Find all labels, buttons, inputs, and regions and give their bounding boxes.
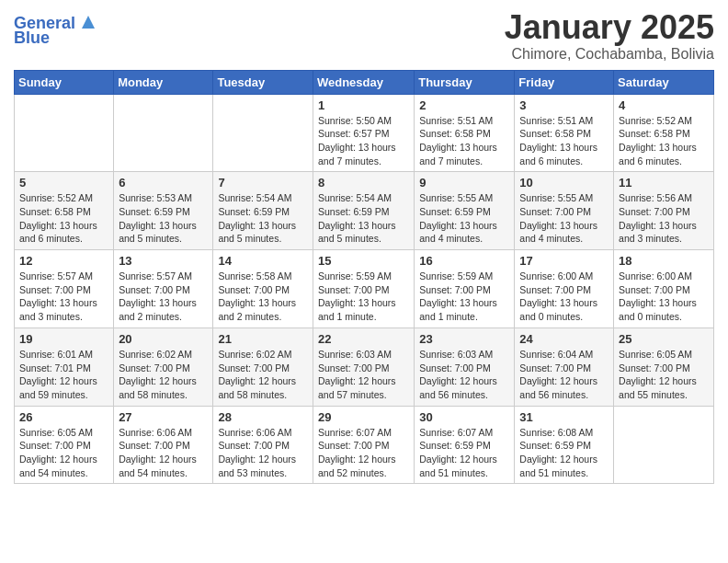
calendar-week-row: 12Sunrise: 5:57 AM Sunset: 7:00 PM Dayli… — [15, 250, 714, 328]
table-row: 20Sunrise: 6:02 AM Sunset: 7:00 PM Dayli… — [114, 327, 213, 406]
table-row: 18Sunrise: 6:00 AM Sunset: 7:00 PM Dayli… — [614, 250, 714, 328]
day-info: Sunrise: 6:07 AM Sunset: 7:00 PM Dayligh… — [318, 426, 409, 480]
table-row: 14Sunrise: 5:58 AM Sunset: 7:00 PM Dayli… — [213, 250, 313, 328]
table-row — [614, 406, 714, 484]
day-info: Sunrise: 6:07 AM Sunset: 6:59 PM Dayligh… — [419, 426, 509, 480]
day-info: Sunrise: 5:57 AM Sunset: 7:00 PM Dayligh… — [119, 270, 208, 324]
table-row: 13Sunrise: 5:57 AM Sunset: 7:00 PM Dayli… — [114, 250, 213, 328]
header-saturday: Saturday — [614, 70, 714, 94]
calendar-week-row: 26Sunrise: 6:05 AM Sunset: 7:00 PM Dayli… — [15, 406, 714, 484]
table-row: 4Sunrise: 5:52 AM Sunset: 6:58 PM Daylig… — [614, 94, 714, 172]
day-info: Sunrise: 5:54 AM Sunset: 6:59 PM Dayligh… — [318, 191, 409, 246]
table-row — [114, 94, 213, 172]
day-info: Sunrise: 6:02 AM Sunset: 7:00 PM Dayligh… — [218, 348, 308, 402]
day-info: Sunrise: 5:59 AM Sunset: 7:00 PM Dayligh… — [318, 270, 409, 324]
day-info: Sunrise: 6:01 AM Sunset: 7:01 PM Dayligh… — [19, 348, 108, 402]
header: General Blue January 2025 Chimore, Cocha… — [14, 9, 714, 63]
table-row: 26Sunrise: 6:05 AM Sunset: 7:00 PM Dayli… — [15, 406, 114, 484]
day-info: Sunrise: 5:54 AM Sunset: 6:59 PM Dayligh… — [218, 191, 308, 246]
location-title: Chimore, Cochabamba, Bolivia — [505, 46, 714, 63]
table-row: 25Sunrise: 6:05 AM Sunset: 7:00 PM Dayli… — [614, 327, 714, 406]
day-info: Sunrise: 5:56 AM Sunset: 7:00 PM Dayligh… — [619, 191, 709, 246]
day-number: 6 — [119, 176, 208, 190]
day-info: Sunrise: 6:00 AM Sunset: 7:00 PM Dayligh… — [519, 270, 609, 324]
logo: General Blue — [14, 15, 98, 48]
title-section: January 2025 Chimore, Cochabamba, Bolivi… — [505, 9, 714, 63]
table-row: 27Sunrise: 6:06 AM Sunset: 7:00 PM Dayli… — [114, 406, 213, 484]
day-info: Sunrise: 6:00 AM Sunset: 7:00 PM Dayligh… — [619, 270, 709, 324]
day-info: Sunrise: 5:52 AM Sunset: 6:58 PM Dayligh… — [19, 191, 108, 246]
day-number: 22 — [318, 332, 409, 346]
table-row: 3Sunrise: 5:51 AM Sunset: 6:58 PM Daylig… — [515, 94, 614, 172]
day-info: Sunrise: 5:51 AM Sunset: 6:58 PM Dayligh… — [419, 114, 509, 168]
header-monday: Monday — [114, 70, 213, 94]
table-row: 10Sunrise: 5:55 AM Sunset: 7:00 PM Dayli… — [515, 172, 614, 250]
day-info: Sunrise: 6:05 AM Sunset: 7:00 PM Dayligh… — [619, 348, 709, 402]
header-thursday: Thursday — [415, 70, 515, 94]
table-row: 24Sunrise: 6:04 AM Sunset: 7:00 PM Dayli… — [515, 327, 614, 406]
logo-blue-text: Blue — [14, 29, 98, 48]
day-number: 9 — [419, 176, 509, 190]
table-row: 31Sunrise: 6:08 AM Sunset: 6:59 PM Dayli… — [515, 406, 614, 484]
day-number: 3 — [519, 98, 609, 112]
day-info: Sunrise: 6:05 AM Sunset: 7:00 PM Dayligh… — [19, 426, 108, 480]
day-number: 12 — [19, 254, 108, 268]
day-number: 17 — [519, 254, 609, 268]
table-row: 9Sunrise: 5:55 AM Sunset: 6:59 PM Daylig… — [415, 172, 515, 250]
calendar-header-row: Sunday Monday Tuesday Wednesday Thursday… — [15, 70, 714, 94]
table-row: 8Sunrise: 5:54 AM Sunset: 6:59 PM Daylig… — [313, 172, 414, 250]
day-info: Sunrise: 5:59 AM Sunset: 7:00 PM Dayligh… — [419, 270, 509, 324]
calendar-week-row: 5Sunrise: 5:52 AM Sunset: 6:58 PM Daylig… — [15, 172, 714, 250]
day-number: 16 — [419, 254, 509, 268]
day-number: 10 — [519, 176, 609, 190]
calendar: Sunday Monday Tuesday Wednesday Thursday… — [14, 70, 714, 485]
header-sunday: Sunday — [15, 70, 114, 94]
day-number: 25 — [619, 332, 709, 346]
day-number: 27 — [119, 410, 208, 424]
day-number: 2 — [419, 98, 509, 112]
day-info: Sunrise: 6:03 AM Sunset: 7:00 PM Dayligh… — [419, 348, 509, 402]
day-number: 28 — [218, 410, 308, 424]
table-row: 11Sunrise: 5:56 AM Sunset: 7:00 PM Dayli… — [614, 172, 714, 250]
day-number: 13 — [119, 254, 208, 268]
month-title: January 2025 — [505, 9, 714, 46]
day-number: 5 — [19, 176, 108, 190]
table-row: 6Sunrise: 5:53 AM Sunset: 6:59 PM Daylig… — [114, 172, 213, 250]
table-row: 17Sunrise: 6:00 AM Sunset: 7:00 PM Dayli… — [515, 250, 614, 328]
table-row — [15, 94, 114, 172]
table-row: 21Sunrise: 6:02 AM Sunset: 7:00 PM Dayli… — [213, 327, 313, 406]
day-info: Sunrise: 6:02 AM Sunset: 7:00 PM Dayligh… — [119, 348, 208, 402]
table-row: 15Sunrise: 5:59 AM Sunset: 7:00 PM Dayli… — [313, 250, 414, 328]
day-number: 21 — [218, 332, 308, 346]
header-tuesday: Tuesday — [213, 70, 313, 94]
day-number: 4 — [619, 98, 709, 112]
calendar-body: 1Sunrise: 5:50 AM Sunset: 6:57 PM Daylig… — [15, 94, 714, 484]
day-number: 18 — [619, 254, 709, 268]
day-info: Sunrise: 5:58 AM Sunset: 7:00 PM Dayligh… — [218, 270, 308, 324]
table-row: 29Sunrise: 6:07 AM Sunset: 7:00 PM Dayli… — [313, 406, 414, 484]
table-row: 12Sunrise: 5:57 AM Sunset: 7:00 PM Dayli… — [15, 250, 114, 328]
day-info: Sunrise: 6:06 AM Sunset: 7:00 PM Dayligh… — [218, 426, 308, 480]
table-row: 16Sunrise: 5:59 AM Sunset: 7:00 PM Dayli… — [415, 250, 515, 328]
day-number: 30 — [419, 410, 509, 424]
table-row: 28Sunrise: 6:06 AM Sunset: 7:00 PM Dayli… — [213, 406, 313, 484]
page: General Blue January 2025 Chimore, Cocha… — [0, 0, 728, 563]
day-number: 15 — [318, 254, 409, 268]
day-info: Sunrise: 5:55 AM Sunset: 6:59 PM Dayligh… — [419, 191, 509, 246]
table-row: 30Sunrise: 6:07 AM Sunset: 6:59 PM Dayli… — [415, 406, 515, 484]
table-row — [213, 94, 313, 172]
day-info: Sunrise: 6:04 AM Sunset: 7:00 PM Dayligh… — [519, 348, 609, 402]
day-info: Sunrise: 5:52 AM Sunset: 6:58 PM Dayligh… — [619, 114, 709, 168]
header-wednesday: Wednesday — [313, 70, 414, 94]
table-row: 7Sunrise: 5:54 AM Sunset: 6:59 PM Daylig… — [213, 172, 313, 250]
day-info: Sunrise: 6:03 AM Sunset: 7:00 PM Dayligh… — [318, 348, 409, 402]
day-info: Sunrise: 5:53 AM Sunset: 6:59 PM Dayligh… — [119, 191, 208, 246]
day-number: 19 — [19, 332, 108, 346]
day-number: 26 — [19, 410, 108, 424]
day-number: 7 — [218, 176, 308, 190]
table-row: 1Sunrise: 5:50 AM Sunset: 6:57 PM Daylig… — [313, 94, 414, 172]
day-number: 31 — [519, 410, 609, 424]
day-info: Sunrise: 5:51 AM Sunset: 6:58 PM Dayligh… — [519, 114, 609, 168]
table-row: 2Sunrise: 5:51 AM Sunset: 6:58 PM Daylig… — [415, 94, 515, 172]
calendar-week-row: 1Sunrise: 5:50 AM Sunset: 6:57 PM Daylig… — [15, 94, 714, 172]
